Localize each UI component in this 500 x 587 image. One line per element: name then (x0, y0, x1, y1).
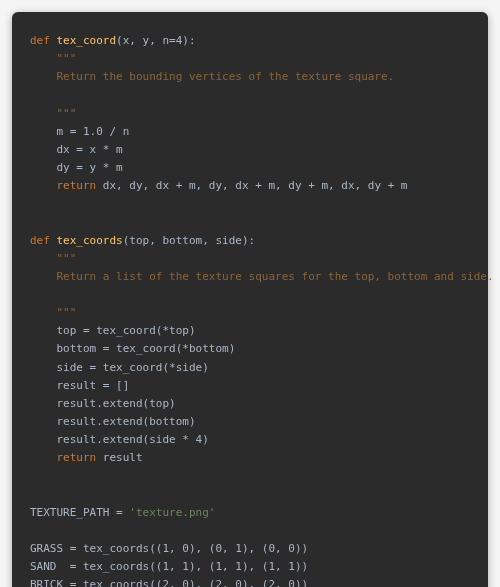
code-line: m = 1.0 / n (30, 123, 470, 141)
string-literal: 'texture.png' (129, 506, 215, 519)
docstring-open: """ (30, 50, 470, 68)
docstring-open: """ (30, 250, 470, 268)
code-line: return dx, dy, dx + m, dy, dx + m, dy + … (30, 177, 470, 195)
blank-line (30, 195, 470, 213)
docstring-line: Return a list of the texture squares for… (30, 268, 470, 286)
code-line: bottom = tex_coord(*bottom) (30, 340, 470, 358)
code-line: def tex_coords(top, bottom, side): (30, 232, 470, 250)
blank-line (30, 522, 470, 540)
params: (top, bottom, side): (123, 234, 255, 247)
docstring-close: """ (30, 304, 470, 322)
code-line: dx = x * m (30, 141, 470, 159)
func-name: tex_coord (57, 34, 117, 47)
keyword-def: def (30, 234, 50, 247)
blank-line (30, 467, 470, 485)
code-line: GRASS = tex_coords((1, 0), (0, 1), (0, 0… (30, 540, 470, 558)
operator: = (109, 506, 129, 519)
constant: TEXTURE_PATH (30, 506, 109, 519)
blank-line (30, 213, 470, 231)
code-line: return result (30, 449, 470, 467)
code-line: top = tex_coord(*top) (30, 322, 470, 340)
code-line: BRICK = tex_coords((2, 0), (2, 0), (2, 0… (30, 576, 470, 587)
code-line: TEXTURE_PATH = 'texture.png' (30, 504, 470, 522)
code-line: result.extend(top) (30, 395, 470, 413)
code-editor: def tex_coord(x, y, n=4): """ Return the… (12, 12, 488, 587)
return-value: dx, dy, dx + m, dy, dx + m, dy + m, dx, … (96, 179, 407, 192)
code-line: SAND = tex_coords((1, 1), (1, 1), (1, 1)… (30, 558, 470, 576)
code-line: def tex_coord(x, y, n=4): (30, 32, 470, 50)
code-line: dy = y * m (30, 159, 470, 177)
blank-line (30, 86, 470, 104)
keyword-return: return (30, 451, 96, 464)
func-name: tex_coords (57, 234, 123, 247)
docstring-close: """ (30, 105, 470, 123)
code-line: side = tex_coord(*side) (30, 359, 470, 377)
code-line: result = [] (30, 377, 470, 395)
keyword-def: def (30, 34, 50, 47)
docstring-line: Return the bounding vertices of the text… (30, 68, 470, 86)
code-line: result.extend(side * 4) (30, 431, 470, 449)
return-value: result (96, 451, 142, 464)
keyword-return: return (30, 179, 96, 192)
params: (x, y, n=4): (116, 34, 195, 47)
code-line: result.extend(bottom) (30, 413, 470, 431)
blank-line (30, 486, 470, 504)
blank-line (30, 286, 470, 304)
